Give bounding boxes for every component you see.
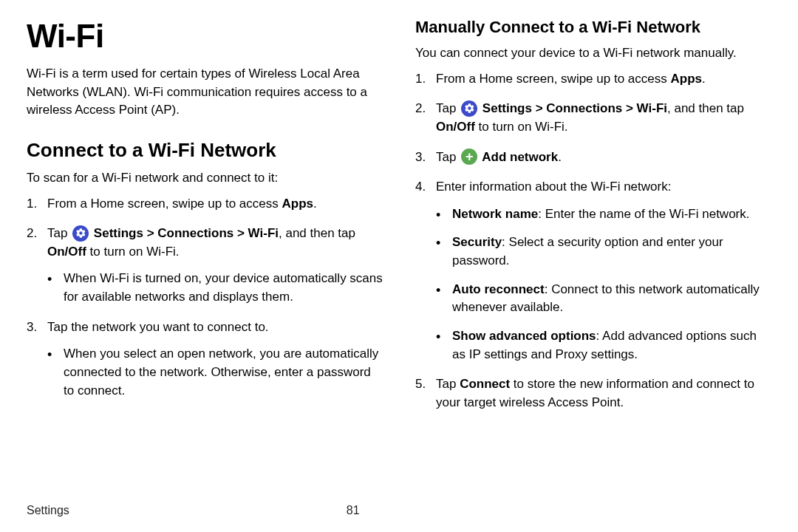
footer-section: Settings bbox=[27, 504, 69, 517]
list-item: Network name: Enter the name of the Wi-F… bbox=[436, 205, 771, 224]
list-item: When Wi-Fi is turned on, your device aut… bbox=[47, 270, 383, 306]
list-item: 2. Tap Settings > Connections > Wi-Fi, a… bbox=[415, 100, 771, 136]
left-column: Wi-Fi Wi-Fi is a term used for certain t… bbox=[27, 18, 383, 491]
footer-page-number: 81 bbox=[347, 504, 360, 517]
list-item: 1. From a Home screen, swipe up to acces… bbox=[27, 195, 383, 214]
list-item: Security: Select a security option and e… bbox=[436, 233, 771, 270]
list-item: 1. From a Home screen, swipe up to acces… bbox=[415, 70, 771, 89]
list-item: 4. Enter information about the Wi-Fi net… bbox=[415, 178, 771, 364]
section-heading-connect: Connect to a Wi-Fi Network bbox=[27, 139, 383, 162]
connect-lead: To scan for a Wi-Fi network and connect … bbox=[27, 169, 383, 188]
right-column: Manually Connect to a Wi-Fi Network You … bbox=[415, 18, 771, 491]
list-item: 3. Tap the network you want to connect t… bbox=[27, 318, 383, 400]
add-icon: + bbox=[461, 149, 477, 165]
page-footer: Settings 81 bbox=[27, 504, 771, 517]
settings-icon bbox=[461, 100, 477, 117]
settings-icon bbox=[72, 225, 89, 242]
manual-lead: You can connect your device to a Wi-Fi n… bbox=[415, 44, 771, 63]
section-heading-manual: Manually Connect to a Wi-Fi Network bbox=[415, 18, 771, 37]
list-item: 5. Tap Connect to store the new informat… bbox=[415, 375, 771, 412]
list-item: Show advanced options: Add advanced opti… bbox=[436, 327, 771, 364]
list-item: Auto reconnect: Connect to this network … bbox=[436, 281, 771, 317]
list-item: 2. Tap Settings > Connections > Wi-Fi, a… bbox=[27, 225, 383, 307]
list-item: 3. Tap + Add network. bbox=[415, 149, 771, 167]
list-item: When you select an open network, you are… bbox=[47, 345, 383, 400]
page-title: Wi-Fi bbox=[27, 18, 383, 55]
intro-text: Wi-Fi is a term used for certain types o… bbox=[27, 65, 383, 120]
